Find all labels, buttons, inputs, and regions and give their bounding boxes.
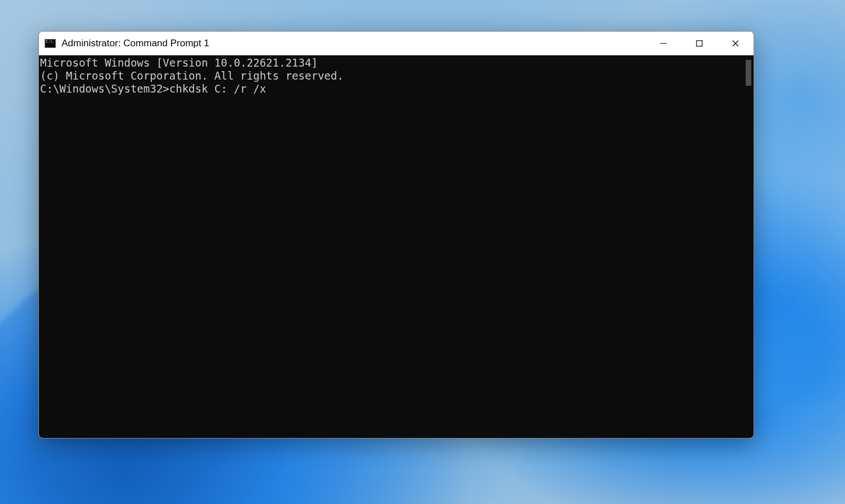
maximize-button[interactable] <box>681 32 717 55</box>
window-title: Administrator: Command Prompt 1 <box>62 38 209 49</box>
terminal-line: (c) Microsoft Corporation. All rights re… <box>39 69 743 82</box>
svg-rect-1 <box>697 41 702 46</box>
close-button[interactable] <box>717 32 754 55</box>
command-prompt-icon <box>45 39 56 48</box>
terminal-area: Microsoft Windows [Version 10.0.22621.21… <box>39 55 754 438</box>
terminal-prompt-line: C:\Windows\System32>chkdsk C: /r /x <box>39 82 743 95</box>
close-icon <box>732 40 739 47</box>
scrollbar-thumb[interactable] <box>746 60 751 86</box>
terminal-line: Microsoft Windows [Version 10.0.22621.21… <box>39 56 743 69</box>
terminal-output[interactable]: Microsoft Windows [Version 10.0.22621.21… <box>39 55 743 438</box>
scrollbar-track[interactable] <box>743 55 754 438</box>
window-controls <box>645 32 754 55</box>
minimize-icon <box>659 40 667 47</box>
terminal-command: chkdsk C: /r /x <box>169 82 266 95</box>
maximize-icon <box>695 40 703 47</box>
command-prompt-window: Administrator: Command Prompt 1 Mic <box>38 31 754 439</box>
terminal-prompt: C:\Windows\System32> <box>40 82 169 95</box>
titlebar[interactable]: Administrator: Command Prompt 1 <box>39 32 754 55</box>
minimize-button[interactable] <box>645 32 681 55</box>
